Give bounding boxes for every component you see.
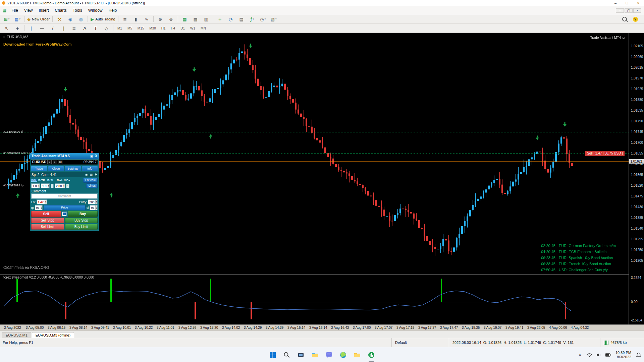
text-label-icon[interactable]: T — [91, 24, 101, 32]
zoom-out-icon[interactable]: ⊖ — [166, 15, 176, 23]
wifi-icon[interactable] — [586, 350, 593, 360]
notification-bell-icon[interactable] — [635, 350, 642, 360]
tray-chevron-icon[interactable]: ∧ — [577, 350, 583, 360]
data-window-icon[interactable]: ◍ — [76, 15, 86, 23]
trade-assistant-panel[interactable]: Trade Assistant MT4 9.5 ▣ X EURUSD < > ▤… — [30, 153, 99, 231]
taskbar-edge-icon[interactable] — [338, 350, 348, 360]
arrange-windows-icon[interactable]: ▥ — [201, 15, 211, 23]
volume-icon[interactable] — [595, 350, 602, 360]
child-close-button[interactable]: × — [633, 8, 641, 13]
status-profile[interactable]: Default — [391, 338, 449, 347]
panel-tab-info[interactable]: Info — [82, 166, 98, 171]
tp-input[interactable]: 96▴▾ — [35, 205, 43, 210]
taskbar-metatrader-icon[interactable] — [366, 350, 377, 360]
channel-icon[interactable]: ∥ — [58, 24, 68, 32]
taskbar-start-icon[interactable] — [267, 350, 278, 360]
spinner-arrows[interactable]: ▴▾ — [45, 200, 47, 204]
menu-item-help[interactable]: Help — [106, 6, 120, 15]
buy-limit-button[interactable]: Buy Limit — [65, 224, 98, 230]
cursor-icon[interactable]: ↖ — [2, 24, 12, 32]
calendar-icon[interactable]: ▦ — [90, 173, 93, 176]
panel-tab-close[interactable]: Close — [48, 166, 64, 171]
timeframe-m15[interactable]: M15 — [135, 25, 146, 31]
price-scale[interactable]: 1.021051.020601.020151.019701.019251.018… — [629, 33, 644, 324]
market-watch-icon[interactable]: ◉ — [65, 15, 75, 23]
trendline-icon[interactable]: ∕ — [48, 24, 58, 32]
risk-input[interactable]: 2.00▴▾ — [55, 183, 65, 188]
taskbar-folder-icon[interactable] — [352, 350, 363, 360]
tile-windows-icon[interactable]: ▦ — [180, 15, 190, 23]
indicators-icon[interactable]: ƒ▾ — [247, 15, 257, 23]
refresh-icon[interactable]: ◔ — [226, 15, 236, 23]
timeframe-m30[interactable]: M30 — [147, 25, 158, 31]
chart-tab-eurusd-m1[interactable]: EURUSD,M1 — [2, 332, 31, 338]
buy-button[interactable]: Buy — [68, 211, 98, 217]
crosshair-icon[interactable]: + — [12, 24, 22, 32]
child-minimize-button[interactable]: – — [616, 8, 624, 13]
spinner-arrows[interactable]: ▴▾ — [95, 200, 97, 204]
taskbar-chat-icon[interactable] — [324, 350, 334, 360]
new-order-button[interactable]: ◆New Order — [26, 15, 51, 23]
time-axis[interactable]: 3 Aug 20223 Aug 05:003 Aug 06:153 Aug 08… — [0, 324, 644, 330]
indicator-canvas[interactable] — [0, 275, 629, 324]
menu-item-tools[interactable]: Tools — [70, 6, 85, 15]
timeframe-mn[interactable]: MN — [198, 25, 208, 31]
sync-checkbox[interactable] — [62, 212, 67, 216]
timeframe-h4[interactable]: H4 — [169, 25, 178, 31]
chart-properties-icon[interactable]: ▤ — [236, 15, 247, 23]
arrows-tool-icon[interactable]: ◇ — [101, 24, 111, 32]
menu-item-window[interactable]: Window — [85, 6, 106, 15]
buy-stop-button[interactable]: Buy Stop — [65, 218, 98, 223]
rtp-input[interactable]: 1.0▴▾ — [31, 183, 40, 188]
vertical-line-icon[interactable]: | — [26, 24, 36, 32]
profiles-icon[interactable]: ▦▾ — [12, 15, 22, 23]
timeframe-h1[interactable]: H1 — [159, 25, 168, 31]
sell-button[interactable]: Sell — [31, 211, 61, 217]
spinner-arrows[interactable]: ▴▾ — [48, 184, 50, 188]
panel-close-icon[interactable]: X — [95, 154, 97, 158]
taskbar-task-view-icon[interactable] — [296, 350, 306, 360]
rsl-input[interactable]: 1.0▴▾ — [41, 183, 50, 188]
taskbar-clock[interactable]: 10:39 PM 8/3/2022 — [614, 351, 633, 359]
timeframe-w1[interactable]: W1 — [188, 25, 198, 31]
autotrading-button[interactable]: ▶AutoTrading — [90, 15, 116, 23]
lot-input[interactable]: 1.47▴▾ — [37, 199, 47, 204]
cascade-windows-icon[interactable]: ▩ — [191, 15, 201, 23]
sl-input[interactable]: 96▴▾ — [90, 205, 98, 210]
line-chart-icon[interactable]: ∿ — [142, 15, 152, 23]
candlestick-chart-icon[interactable]: ▮ — [131, 15, 141, 23]
spinner-arrows[interactable]: ▴▾ — [38, 184, 40, 188]
screenshot-icon[interactable]: ▣ — [90, 155, 93, 158]
price-button[interactable]: Price — [44, 205, 86, 210]
symbol-list-button[interactable]: ▤ — [58, 160, 63, 164]
spinner-arrows[interactable]: ▴▾ — [41, 205, 43, 210]
money-management-tag[interactable]: MM — [31, 179, 37, 182]
menu-item-file[interactable]: File — [8, 6, 21, 15]
close-button[interactable]: × — [633, 0, 644, 6]
minimize-button[interactable]: – — [610, 0, 621, 6]
risk-minus-button[interactable]: - — [51, 184, 54, 188]
expert-advisors-icon[interactable]: ⚒ — [54, 15, 64, 23]
timeframe-d1[interactable]: D1 — [178, 25, 187, 31]
menu-item-insert[interactable]: Insert — [36, 6, 52, 15]
panel-tab-trade[interactable]: Trade — [31, 166, 47, 171]
symbol-selector[interactable]: EURUSD — [32, 160, 46, 164]
chart-tab-eurusd-m3-offline-[interactable]: EURUSD,M3 (offline) — [32, 332, 74, 338]
help-icon[interactable]: ? — [630, 15, 640, 23]
sell-limit-button[interactable]: Sell Limit — [31, 224, 64, 230]
alarm-icon[interactable]: ⚑ — [95, 173, 97, 176]
spinner-arrows[interactable]: ▴▾ — [63, 184, 65, 188]
maximize-button[interactable]: □ — [621, 0, 633, 6]
eye-icon[interactable]: ◉ — [85, 173, 88, 176]
horizontal-line-icon[interactable]: — — [37, 24, 47, 32]
zoom-in-icon[interactable]: ⊕ — [155, 15, 165, 23]
text-icon[interactable]: A — [80, 24, 90, 32]
crosshair-mode-icon[interactable]: + — [215, 15, 225, 23]
sell-stop-button[interactable]: Sell Stop — [31, 218, 64, 223]
lot-calc-button[interactable]: Lot calc — [83, 178, 98, 183]
periods-icon[interactable]: ◷▾ — [258, 15, 268, 23]
battery-icon[interactable] — [605, 350, 611, 360]
risk-plus-button[interactable]: + — [66, 184, 70, 188]
child-restore-button[interactable]: ▢ — [625, 8, 633, 13]
entry-input[interactable]: 200▴▾ — [88, 199, 98, 204]
